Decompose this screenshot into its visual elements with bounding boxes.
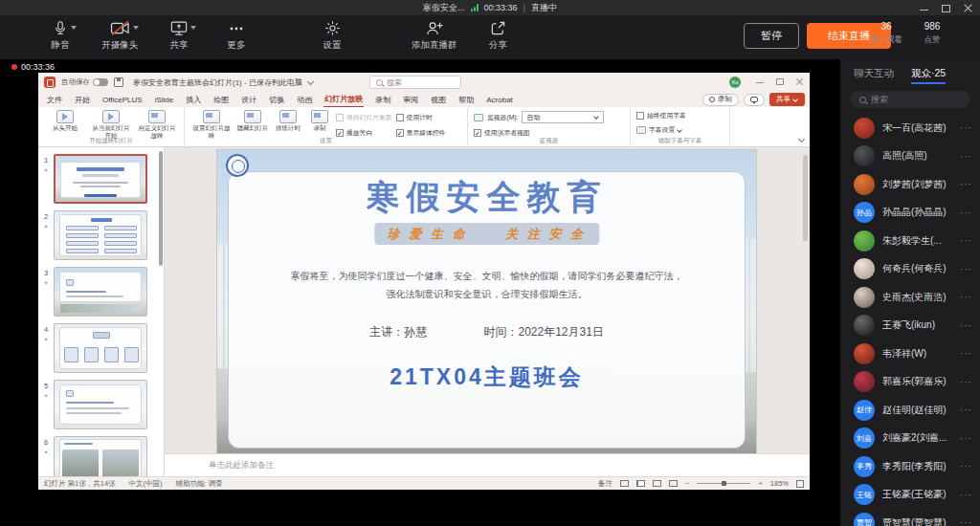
viewer-more-icon[interactable]: ··· [960,235,972,246]
toolbar-item-add-live-group[interactable]: 添加直播群 [412,19,457,52]
toolbar-item-share[interactable]: 分享 [482,19,515,52]
audience-search-input[interactable]: 搜索 [850,91,970,108]
ppt-tab-设计[interactable]: 设计 [240,93,257,107]
viewer-more-icon[interactable]: ··· [960,348,972,359]
viewer-more-icon[interactable]: ··· [960,208,972,218]
record-button[interactable]: 录制 [702,94,739,106]
slide-canvas[interactable]: 寒假安全教育 珍 爱 生 命 关 注 安 全 寒假将至，为使同学们度过一个健康、… [217,150,756,453]
fit-slide-icon[interactable] [796,480,804,488]
slide-thumbnail-2[interactable]: 2✦ [38,210,154,260]
toolbar-item-share-screen[interactable]: 共享 [163,19,195,52]
notes-bar[interactable]: 单击此处添加备注 [165,453,810,476]
viewer-more-icon[interactable]: ··· [960,461,972,471]
ppt-tab-动画[interactable]: 动画 [296,93,313,107]
minimize-icon[interactable] [920,4,928,12]
from-beginning-button[interactable]: 从头开始 [44,109,86,132]
user-avatar[interactable]: Xu [729,77,741,88]
ppt-tab-插入[interactable]: 插入 [185,93,202,107]
viewer-more-icon[interactable]: ··· [960,490,972,500]
toolbar-item-more[interactable]: 更多 [220,19,253,52]
ppt-tab-审阅[interactable]: 审阅 [402,93,419,107]
collapse-ribbon-icon[interactable] [798,137,805,143]
keep-slides-updated-checkbox[interactable]: 保持幻灯片更新 [336,113,392,122]
zoom-out-icon[interactable]: − [685,479,689,488]
viewer-more-icon[interactable]: ··· [960,433,972,444]
record-slideshow-button[interactable]: 录制 [307,109,332,132]
slide-thumbnail-4[interactable]: 4✦ [38,323,154,373]
zoom-in-icon[interactable]: + [758,479,762,488]
monitor-dropdown[interactable]: 自动 [522,111,604,123]
ppt-maximize-icon[interactable] [776,77,784,85]
ppt-tab-帮助[interactable]: 帮助 [457,93,475,107]
viewer-more-icon[interactable]: ··· [960,264,972,274]
thumbnail-preview[interactable] [54,267,147,317]
always-use-subtitles-checkbox[interactable]: 始终使用字幕 [636,111,686,121]
ppt-close-icon[interactable] [796,77,804,85]
setup-slideshow-button[interactable]: 设置幻灯片放映 [190,109,233,140]
ppt-tab-iSlide[interactable]: iSlide [154,94,175,106]
toolbar-item-mute[interactable]: 静音 [44,19,77,52]
rehearse-timings-button[interactable]: 排练计时 [273,109,303,132]
thumbnail-preview[interactable] [54,154,147,204]
thumbnail-preview[interactable] [54,323,147,373]
ppt-tab-Acrobat[interactable]: Acrobat [485,94,514,106]
ppt-share-button[interactable]: 共享 [769,93,805,106]
pause-button[interactable]: 暂停 [744,23,799,49]
viewer-more-icon[interactable]: ··· [960,405,972,415]
status-accessibility[interactable]: 辅助功能: 调查 [176,479,223,489]
ppt-tab-OfficePLUS[interactable]: OfficePLUS [101,94,144,106]
comments-button[interactable] [744,94,765,106]
maximize-icon[interactable] [942,4,950,12]
slide-thumbnail-5[interactable]: 5✦ [38,380,154,429]
thumbnail-scrollbar[interactable] [159,151,163,266]
caret-down-icon[interactable] [133,26,139,30]
slide-thumbnail-3[interactable]: 3✦ [38,267,154,317]
viewer-more-icon[interactable]: ··· [960,151,972,162]
viewer-more-icon[interactable]: ··· [960,517,972,526]
subtitle-settings-button[interactable]: 字幕设置 [636,125,682,135]
sidebar-tab-chat[interactable]: 聊天互动 [854,67,894,84]
thumbnail-preview[interactable] [54,436,147,476]
use-timings-checkbox[interactable]: 使用计时 [396,113,446,122]
slide-sorter-view-icon[interactable] [636,480,645,487]
zoom-slider[interactable] [697,483,750,484]
ppt-tab-幻灯片放映[interactable]: 幻灯片放映 [323,92,364,108]
thumbnail-preview[interactable] [54,210,147,260]
from-current-slide-button[interactable]: 从当前幻灯片开始 [90,109,132,140]
slide-thumbnail-6[interactable]: 6✦ [38,436,154,476]
toolbar-item-settings[interactable]: 设置 [316,19,348,52]
slide-thumbnail-1[interactable]: 1✦ [38,154,154,204]
status-language[interactable]: 中文(中国) [129,479,163,489]
save-icon[interactable] [114,77,123,87]
ppt-tab-文件[interactable]: 文件 [46,93,63,107]
viewer-more-icon[interactable]: ··· [960,320,972,331]
ppt-tab-切换[interactable]: 切换 [268,93,285,107]
notes-toggle-button[interactable]: 备注 [598,479,612,489]
close-icon[interactable] [964,4,972,12]
viewer-more-icon[interactable]: ··· [960,292,972,302]
toolbar-item-camera[interactable]: 开摄像头 [101,19,138,52]
viewer-more-icon[interactable]: ··· [960,179,972,189]
stat-likes: 986 点赞 [905,21,959,46]
viewer-more-icon[interactable]: ··· [960,377,972,387]
sidebar-tab-audience[interactable]: 观众·25 [911,67,946,84]
viewer-more-icon[interactable]: ··· [960,122,972,133]
hide-slide-button[interactable]: 隐藏幻灯片 [236,109,269,132]
ppt-tab-绘图[interactable]: 绘图 [212,93,230,107]
slide-area-scrollbar[interactable] [803,155,808,241]
reading-view-icon[interactable] [653,480,661,487]
thumbnail-preview[interactable] [54,380,147,429]
caret-down-icon[interactable] [71,26,77,30]
ppt-tab-视图[interactable]: 视图 [430,93,447,107]
ppt-minimize-icon[interactable] [756,77,764,85]
zoom-level[interactable]: 185% [770,479,789,488]
caret-down-icon[interactable] [190,26,196,30]
autosave-toggle[interactable]: 自动保存 [61,77,108,87]
ppt-tab-录制[interactable]: 录制 [374,93,391,107]
chevron-down-icon[interactable] [308,79,314,85]
normal-view-icon[interactable] [620,480,629,487]
custom-slideshow-button[interactable]: 自定义幻灯片放映 [136,109,178,140]
ppt-search-box[interactable]: 搜索 [369,76,461,89]
slideshow-view-icon[interactable] [669,480,678,487]
ppt-tab-开始[interactable]: 开始 [74,93,91,107]
